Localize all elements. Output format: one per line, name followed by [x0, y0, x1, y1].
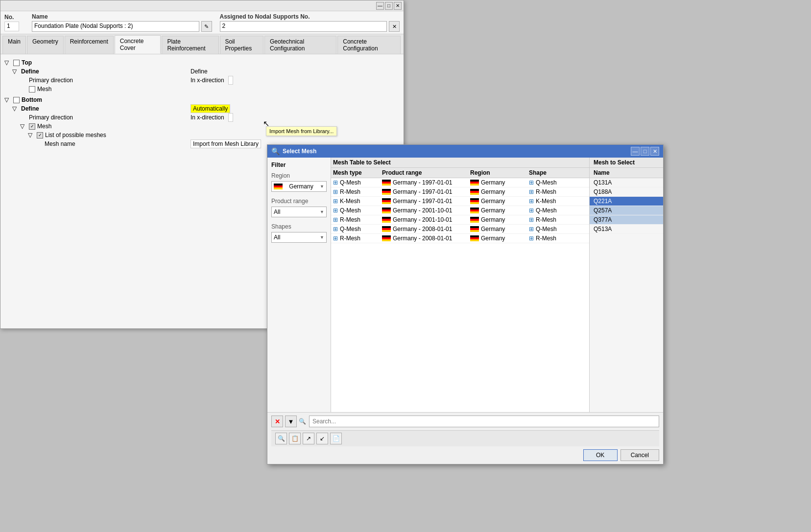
product-range-cell-4: Germany - 2001-10-01 — [393, 207, 452, 214]
select-panel-header: Mesh to Select — [590, 158, 663, 168]
shapes-label: Shapes — [271, 223, 327, 230]
tab-concrete-config[interactable]: Concrete Configuration — [337, 36, 401, 54]
bottom-mesh-name-value[interactable]: Import from Mesh Library — [191, 139, 261, 148]
flag-2 — [382, 189, 391, 195]
select-col-header: Name — [590, 168, 663, 178]
top-checkbox[interactable] — [13, 60, 20, 66]
dialog-minimize-button[interactable]: — — [631, 147, 640, 156]
shape-cell-5: R-Mesh — [536, 216, 556, 223]
table-row[interactable]: ⊞ R-Mesh Germany - 2008-01-01 Germany ⊞ … — [331, 234, 589, 243]
flag-region-3 — [470, 198, 479, 204]
tab-geotechnical-config[interactable]: Geotechnical Configuration — [264, 36, 336, 54]
flag-region-4 — [470, 208, 479, 213]
bottom-icon-btn-4[interactable]: ↙ — [316, 433, 328, 444]
bottom-icon-btn-1[interactable]: 🔍 — [275, 433, 287, 444]
bottom-define-label: Define — [21, 105, 39, 112]
bottom-mesh-checkbox[interactable]: ✓ — [29, 123, 35, 130]
bottom-define-value[interactable]: Automatically — [191, 104, 230, 113]
select-item-q221a[interactable]: Q221A — [590, 197, 663, 206]
assigned-clear-button[interactable]: ✕ — [389, 21, 400, 32]
mesh-type-cell-3: K-Mesh — [340, 198, 360, 205]
select-item-q131a[interactable]: Q131A — [590, 178, 663, 187]
flag-region-7 — [470, 235, 479, 241]
search-input[interactable] — [309, 416, 659, 427]
table-panel-header: Mesh Table to Select — [331, 158, 589, 168]
select-items: Q131A Q188A Q221A Q257A Q377A Q513A — [590, 178, 663, 412]
assigned-input[interactable]: 2 — [220, 21, 387, 32]
bottom-icon-btn-3[interactable]: ↗ — [303, 433, 314, 444]
bottom-mesh-name-label: Mesh name — [45, 140, 75, 147]
tab-geometry[interactable]: Geometry — [27, 36, 64, 54]
table-row[interactable]: ⊞ Q-Mesh Germany - 1997-01-01 Germany ⊞ … — [331, 178, 589, 187]
select-item-q377a[interactable]: Q377A — [590, 215, 663, 225]
filter-panel: Filter Region Germany ▼ Product range Al… — [267, 158, 331, 412]
mesh-icon-4: ⊞ — [333, 207, 338, 214]
shape-icon-1: ⊞ — [529, 179, 534, 186]
mesh-icon-7: ⊞ — [333, 235, 338, 242]
tab-main[interactable]: Main — [2, 36, 26, 54]
table-row[interactable]: ⊞ R-Mesh Germany - 1997-01-01 Germany ⊞ … — [331, 187, 589, 197]
cursor-indicator: ↖ — [263, 119, 269, 128]
bottom-icon-btn-2[interactable]: 📋 — [289, 433, 301, 444]
select-item-q188a[interactable]: Q188A — [590, 187, 663, 197]
region-cell-7: Germany — [481, 235, 505, 242]
dialog-close-button[interactable]: ✕ — [650, 147, 659, 156]
tab-concrete-cover[interactable]: Concrete Cover — [115, 35, 161, 54]
mesh-icon-1: ⊞ — [333, 179, 338, 186]
bottom-mesh-expand-icon[interactable]: ▽ — [20, 123, 27, 130]
dialog-title-icon: 🔍 — [271, 147, 280, 155]
product-range-dropdown[interactable]: All ▼ — [271, 207, 327, 217]
region-value: Germany — [289, 183, 313, 190]
shapes-dropdown[interactable]: All ▼ — [271, 232, 327, 243]
select-item-q513a[interactable]: Q513A — [590, 225, 663, 234]
footer-filter-button[interactable]: ▼ — [285, 416, 297, 427]
shapes-section: Shapes All ▼ — [271, 223, 327, 243]
tab-soil-properties[interactable]: Soil Properties — [220, 36, 264, 54]
flag-region-5 — [470, 217, 479, 223]
footer-delete-button[interactable]: ✕ — [271, 416, 283, 427]
top-mesh-checkbox[interactable] — [29, 86, 35, 93]
region-cell-4: Germany — [481, 207, 505, 214]
tab-reinforcement[interactable]: Reinforcement — [65, 36, 114, 54]
mesh-type-cell-1: Q-Mesh — [340, 179, 361, 186]
name-input[interactable]: Foundation Plate (Nodal Supports : 2) — [32, 21, 199, 32]
top-primary-direction-input[interactable] — [228, 76, 233, 85]
edit-button[interactable]: ✎ — [201, 21, 212, 32]
cancel-button[interactable]: Cancel — [620, 449, 659, 461]
no-value: 1 — [4, 22, 19, 31]
close-button[interactable]: ✕ — [394, 2, 402, 10]
bottom-primary-direction-value: In x-direction — [191, 114, 224, 121]
region-dropdown[interactable]: Germany ▼ — [271, 181, 327, 192]
product-range-value: All — [274, 208, 280, 215]
region-cell-2: Germany — [481, 188, 505, 195]
table-row[interactable]: ⊞ Q-Mesh Germany - 2008-01-01 Germany ⊞ … — [331, 225, 589, 234]
flag-region-6 — [470, 226, 479, 232]
no-label: No. — [4, 14, 24, 21]
bottom-checkbox[interactable] — [13, 97, 20, 103]
bottom-icons-row: 🔍 📋 ↗ ↙ 📄 — [271, 430, 659, 446]
bottom-mesh-label: Mesh — [37, 123, 51, 130]
bottom-list-expand-icon[interactable]: ▽ — [28, 132, 35, 139]
table-row[interactable]: ⊞ K-Mesh Germany - 1997-01-01 Germany ⊞ … — [331, 197, 589, 206]
top-define-expand-icon[interactable]: ▽ — [12, 68, 19, 75]
product-range-label: Product range — [271, 198, 327, 205]
product-range-cell-5: Germany - 2001-10-01 — [393, 216, 452, 223]
dialog-maximize-button[interactable]: □ — [641, 147, 649, 156]
table-panel: Mesh Table to Select Mesh type Product r… — [331, 158, 590, 412]
table-row[interactable]: ⊞ R-Mesh Germany - 2001-10-01 Germany ⊞ … — [331, 215, 589, 225]
maximize-button[interactable]: □ — [385, 2, 393, 10]
top-expand-icon[interactable]: ▽ — [4, 59, 11, 66]
ok-button[interactable]: OK — [583, 449, 618, 461]
shape-cell-1: Q-Mesh — [536, 179, 557, 186]
select-item-q257a[interactable]: Q257A — [590, 206, 663, 215]
top-section-label: Top — [22, 59, 32, 66]
bottom-expand-icon[interactable]: ▽ — [4, 96, 11, 103]
bottom-list-checkbox[interactable]: ✓ — [37, 132, 43, 139]
bottom-icon-btn-5[interactable]: 📄 — [330, 433, 342, 444]
tab-plate-reinforcement[interactable]: Plate Reinforcement — [162, 36, 218, 54]
minimize-button[interactable]: — — [376, 2, 384, 10]
filter-title: Filter — [271, 162, 327, 168]
table-row[interactable]: ⊞ Q-Mesh Germany - 2001-10-01 Germany ⊞ … — [331, 206, 589, 215]
bottom-define-expand-icon[interactable]: ▽ — [12, 105, 19, 112]
bottom-primary-direction-input[interactable] — [228, 113, 233, 122]
